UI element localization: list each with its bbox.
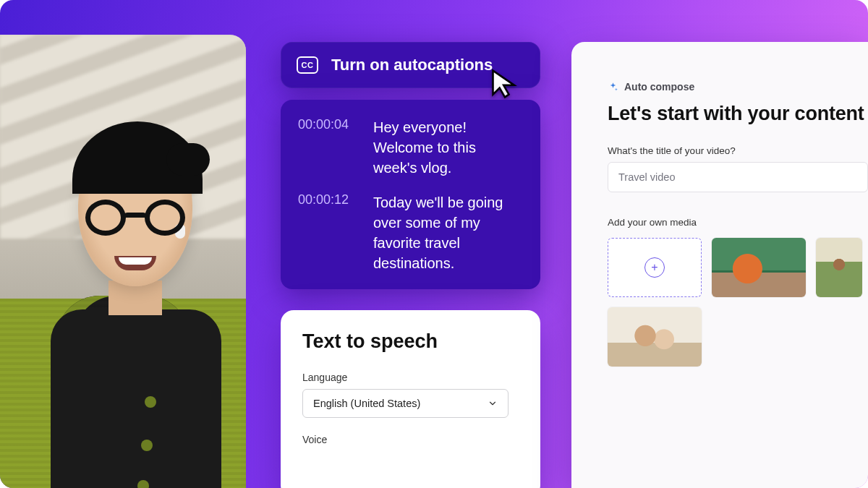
- presenter-photo: [0, 35, 246, 488]
- caption-row[interactable]: 00:00:12 Today we'll be going over some …: [298, 192, 523, 273]
- media-grid: +: [608, 238, 868, 367]
- tts-heading: Text to speech: [302, 330, 519, 353]
- video-title-input[interactable]: [608, 162, 868, 192]
- text-to-speech-panel: Text to speech Language English (United …: [281, 310, 540, 488]
- auto-compose-badge: Auto compose: [608, 81, 868, 93]
- voice-label: Voice: [302, 434, 519, 445]
- app-canvas: CC Turn on autocaptions 00:00:04 Hey eve…: [0, 0, 868, 488]
- media-thumbnail[interactable]: [712, 238, 806, 297]
- cursor-icon: [489, 68, 521, 100]
- plus-icon: +: [644, 257, 665, 278]
- add-media-button[interactable]: +: [608, 238, 702, 297]
- caption-row[interactable]: 00:00:04 Hey everyone! Welcome to this w…: [298, 117, 523, 178]
- auto-compose-panel: Auto compose Let's start with your conte…: [571, 42, 868, 488]
- media-thumbnail[interactable]: [608, 307, 702, 367]
- sparkle-icon: [608, 82, 618, 93]
- auto-compose-badge-text: Auto compose: [624, 81, 694, 93]
- caption-text: Hey everyone! Welcome to this week's vlo…: [373, 117, 523, 178]
- caption-timestamp: 00:00:12: [298, 192, 360, 273]
- caption-timestamp: 00:00:04: [298, 117, 360, 178]
- title-question-label: What's the title of your video?: [608, 145, 868, 156]
- add-media-label: Add your own media: [608, 217, 868, 228]
- language-label: Language: [302, 372, 519, 383]
- cc-icon: CC: [297, 56, 318, 74]
- caption-text: Today we'll be going over some of my fav…: [373, 192, 523, 273]
- captions-card: 00:00:04 Hey everyone! Welcome to this w…: [281, 100, 540, 289]
- compose-heading: Let's start with your content: [608, 103, 868, 125]
- media-thumbnail[interactable]: [816, 238, 862, 297]
- autocaptions-label: Turn on autocaptions: [331, 56, 493, 74]
- language-select[interactable]: English (United States): [302, 389, 509, 418]
- chevron-down-icon: [488, 398, 498, 408]
- language-value: English (United States): [313, 398, 420, 409]
